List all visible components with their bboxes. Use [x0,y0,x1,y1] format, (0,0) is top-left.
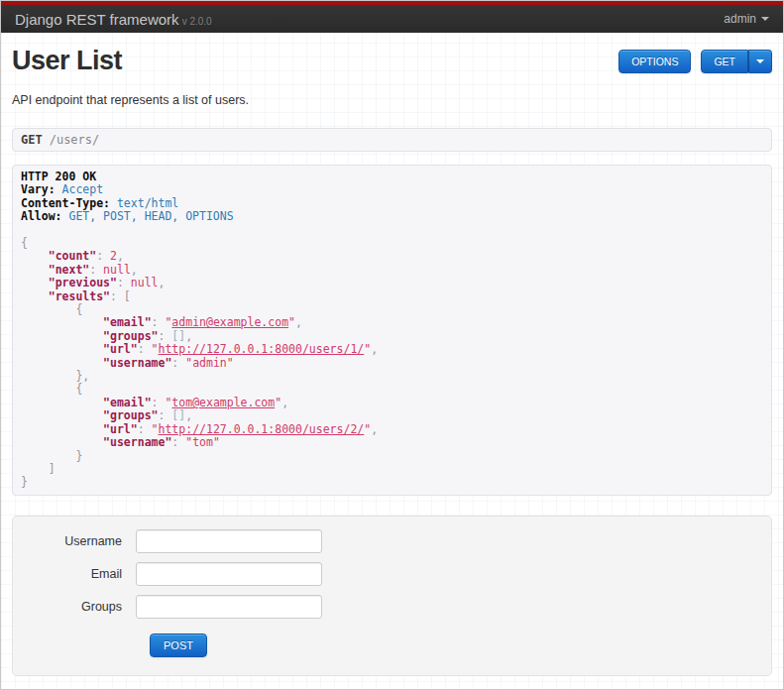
code-segment [21,408,103,422]
code-segment: HTTP 200 OK [21,170,96,183]
code-segment: , [295,315,302,329]
code-segment [21,342,103,356]
code-line: "groups": [], [21,409,763,422]
code-segment: Content-Type: [21,196,110,210]
code-segment: : [138,422,152,436]
code-segment: "email" [103,396,151,409]
json-link[interactable]: http://127.0.0.1:8000/users/2/ [159,422,365,436]
code-segment: " [288,315,295,329]
code-line: HTTP 200 OK [21,171,763,183]
code-segment: : [96,249,110,263]
brand-link[interactable]: Django REST frameworkv 2.0.0 [15,11,212,28]
code-line: "previous": null, [21,277,763,289]
json-link[interactable]: admin@example.com [171,315,288,329]
code-segment: , [117,249,124,263]
code-segment: null [131,276,159,289]
code-segment: Allow: [21,209,62,223]
code-segment: : [171,435,185,449]
code-line: Vary: Accept [21,183,763,196]
code-segment: : [ [110,289,131,303]
code-segment: Vary: [21,182,56,196]
code-segment [21,422,103,436]
code-segment: "groups" [103,408,158,422]
code-segment: : [138,342,152,356]
code-segment: [] [171,329,185,343]
code-line: { [21,237,763,250]
code-segment: , [159,276,166,289]
post-button[interactable]: POST [150,633,207,657]
form-row: Username [13,529,771,553]
code-segment: ] [21,462,56,476]
code-segment [21,289,49,303]
code-line: "username": "admin" [21,357,763,370]
get-split-button: GET [701,50,772,73]
caret-down-icon [756,59,764,63]
groups-label: Groups [13,600,136,614]
email-field[interactable] [136,562,322,586]
code-segment: "admin" [185,356,233,370]
code-segment: } [21,449,82,463]
json-link[interactable]: http://127.0.0.1:8000/users/1/ [159,342,365,356]
code-segment: } [21,475,28,489]
user-name: admin [724,12,756,26]
get-button[interactable]: GET [701,50,748,73]
code-line: "groups": [], [21,330,763,343]
create-user-form: Username Email Groups POST [12,516,772,676]
code-line: "username": "tom" [21,436,763,449]
code-segment: "username" [103,435,171,449]
code-segment: : [89,263,103,277]
code-segment: { [21,236,28,250]
brand-title: Django REST framework [15,11,179,28]
code-line: Allow: GET, POST, HEAD, OPTIONS [21,210,763,223]
form-row: Groups [13,595,771,619]
request-method: GET [21,133,43,147]
get-format-dropdown-button[interactable] [748,50,772,73]
user-dropdown[interactable]: admin [724,12,769,26]
code-segment: [] [171,408,185,422]
code-segment: "tom" [185,435,220,449]
form-actions: POST [150,633,771,657]
page-header: User List OPTIONS GET [12,46,772,76]
code-segment [21,276,49,289]
code-segment: "url" [103,422,138,436]
code-line: }, [21,370,763,383]
code-segment [21,329,103,343]
code-line: { [21,303,763,316]
code-segment: "groups" [103,329,158,343]
groups-field[interactable] [136,595,322,619]
code-line: "email": "admin@example.com", [21,316,763,329]
navbar: Django REST frameworkv 2.0.0 admin [1,5,783,33]
code-segment: , [185,329,192,343]
code-segment: , [131,263,138,277]
code-segment: : [152,315,166,329]
code-segment: : [158,408,171,422]
request-path: /users/ [50,133,100,147]
code-segment: text/html [110,196,178,210]
code-segment: , [371,422,378,436]
form-row: Email [13,562,771,586]
code-segment: : [117,276,131,289]
code-line: } [21,450,763,463]
code-line: "url": "http://127.0.0.1:8000/users/1/", [21,343,763,356]
code-segment: "results" [49,289,110,303]
code-segment [21,396,103,409]
code-segment: Accept [56,182,103,196]
username-field[interactable] [136,529,322,553]
username-label: Username [13,534,136,548]
code-segment: : [152,396,166,409]
code-segment: : [171,356,185,370]
code-segment: : [158,329,171,343]
code-segment: { [21,302,82,316]
options-button[interactable]: OPTIONS [618,50,691,73]
main-content: User List OPTIONS GET API endpoint that … [1,46,783,676]
code-segment: "next" [49,263,90,277]
version-label: v 2.0.0 [182,16,212,27]
code-segment: null [103,263,131,277]
code-line: "results": [ [21,290,763,303]
page: Django REST frameworkv 2.0.0 admin User … [0,0,784,690]
json-link[interactable]: tom@example.com [171,396,275,409]
code-line: "email": "tom@example.com", [21,397,763,409]
code-line [21,224,763,237]
code-line: Content-Type: text/html [21,197,763,210]
code-line: "url": "http://127.0.0.1:8000/users/2/", [21,423,763,436]
